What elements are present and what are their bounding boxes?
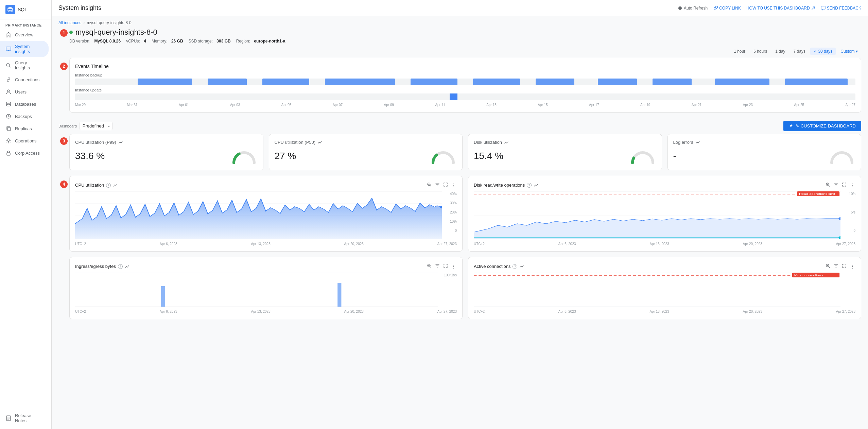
svg-point-0 <box>8 7 13 9</box>
sidebar-item-replicas[interactable]: Replicas <box>0 122 49 135</box>
disk-zoom-button[interactable] <box>825 182 831 189</box>
metric-card-value-log-errors: - <box>673 151 676 161</box>
timeline-label-backup: Instance backup <box>75 73 855 77</box>
person-icon <box>5 89 12 95</box>
gauge-log-errors <box>828 148 855 165</box>
chart-active-conn-header: Active connections ? <box>474 263 855 270</box>
svg-rect-30 <box>161 286 165 307</box>
chart-ingress-egress: Ingress/egress bytes ? <box>69 257 463 319</box>
disk-expand-button[interactable] <box>841 182 847 189</box>
active-conn-more-button[interactable]: ⋮ <box>849 263 855 270</box>
metric-cards-row: CPU utilization (P99) 33.6 % <box>69 134 861 170</box>
time-30days[interactable]: ✓ 30 days <box>810 48 836 55</box>
chart-ingress-title: Ingress/egress bytes ? <box>75 264 129 269</box>
ingress-chart-icon <box>125 264 129 269</box>
sidebar-item-operations[interactable]: Operations <box>0 135 49 147</box>
database-icon <box>5 101 12 107</box>
sidebar-item-system-insights[interactable]: System insights <box>0 41 49 57</box>
sidebar-item-label: Query insights <box>15 60 43 70</box>
sidebar-item-databases[interactable]: Databases <box>0 98 49 110</box>
chart-ingress-actions: ⋮ <box>426 263 457 270</box>
active-conn-zoom-button[interactable] <box>825 263 831 270</box>
ingress-chart-info-icon[interactable]: ? <box>118 264 123 269</box>
chart-active-conn-actions: ⋮ <box>825 263 855 270</box>
events-timeline-title: Events Timeline <box>75 64 855 69</box>
cpu-filter-button[interactable] <box>434 182 440 189</box>
feedback-button[interactable]: SEND FEEDBACK <box>821 6 861 11</box>
disk-chart-icon <box>534 183 538 188</box>
ingress-chart-area: 100KB/s <box>75 273 457 308</box>
ingress-more-button[interactable]: ⋮ <box>451 263 457 270</box>
app-logo-icon <box>5 5 15 14</box>
active-conn-expand-button[interactable] <box>841 263 847 270</box>
link-icon <box>5 76 12 83</box>
disk-more-button[interactable]: ⋮ <box>849 182 855 189</box>
disk-chart-info-icon[interactable]: ? <box>527 183 532 188</box>
sidebar-item-corp-access[interactable]: Corp Access <box>0 147 49 159</box>
time-7days[interactable]: 7 days <box>790 48 809 55</box>
step-3-badge: 3 <box>60 137 68 145</box>
breadcrumb-parent[interactable]: All instances <box>58 20 81 25</box>
time-custom[interactable]: Custom ▾ <box>837 48 861 55</box>
timeline-bar-container-backup <box>75 79 855 85</box>
time-range: 1 hour 6 hours 1 day 7 days ✓ 30 days Cu… <box>52 45 868 58</box>
auto-refresh[interactable]: Auto Refresh <box>678 6 708 11</box>
sidebar-item-label: Backups <box>15 114 32 119</box>
chart-disk-header: Disk read/write operations ? <box>474 182 855 189</box>
content: All instances › mysql-query-insights-8-0… <box>52 16 868 429</box>
time-6hours[interactable]: 6 hours <box>750 48 770 55</box>
ingress-expand-button[interactable] <box>442 263 449 270</box>
cpu-chart-info-icon[interactable]: ? <box>106 183 111 188</box>
timeline-row-update: Instance update <box>75 88 855 100</box>
sidebar-bottom: Release Notes <box>0 407 51 429</box>
metric-card-cpu-p99: CPU utilization (P99) 33.6 % <box>69 134 263 170</box>
dashboard-select-group: Dashboard Predefined Custom <box>58 122 112 130</box>
copy-link-button[interactable]: COPY LINK <box>713 6 741 11</box>
topbar: System insights Auto Refresh COPY LINK H… <box>52 0 868 16</box>
home-icon <box>5 32 12 38</box>
how-to-button[interactable]: HOW TO USE THIS DASHBOARD <box>746 6 815 11</box>
topbar-actions: Auto Refresh COPY LINK HOW TO USE THIS D… <box>678 6 861 11</box>
time-1day[interactable]: 1 day <box>772 48 788 55</box>
charts-row-1: CPU utilization ? <box>69 176 861 252</box>
sidebar-item-query-insights[interactable]: Query insights <box>0 57 49 73</box>
svg-rect-8 <box>7 153 10 155</box>
chart-active-connections: Active connections ? <box>468 257 861 319</box>
breadcrumb: All instances › mysql-query-insights-8-0 <box>52 16 868 25</box>
chart-disk-title: Disk read/write operations ? <box>474 183 538 188</box>
sidebar-item-overview[interactable]: Overview <box>0 29 49 41</box>
metric-card-value-disk: 15.4 % <box>474 151 503 161</box>
gauge-cpu-p99 <box>230 148 258 165</box>
cpu-expand-button[interactable] <box>442 182 449 189</box>
sidebar-item-connections[interactable]: Connections <box>0 73 49 86</box>
customize-dashboard-button[interactable]: ✎ CUSTOMIZE DASHBOARD <box>783 121 861 131</box>
sidebar-item-label: System insights <box>15 44 43 54</box>
time-1hour[interactable]: 1 hour <box>730 48 749 55</box>
chart-disk-actions: ⋮ <box>825 182 855 189</box>
sidebar-item-release-notes[interactable]: Release Notes <box>0 410 49 426</box>
dashboard-select[interactable]: Predefined Custom <box>80 122 112 130</box>
sidebar-item-backups[interactable]: Backups <box>0 110 49 122</box>
cpu-zoom-button[interactable] <box>426 182 432 189</box>
active-conn-info-icon[interactable]: ? <box>513 264 517 269</box>
search-icon <box>5 62 12 68</box>
cpu-chart-footer: UTC+2 Apr 6, 2023 Apr 13, 2023 Apr 20, 2… <box>75 242 457 246</box>
disk-filter-button[interactable] <box>833 182 839 189</box>
cpu-more-button[interactable]: ⋮ <box>451 182 457 189</box>
svg-rect-31 <box>337 283 341 307</box>
ingress-filter-button[interactable] <box>434 263 440 270</box>
lock-icon <box>5 150 12 156</box>
sidebar-item-label: Replicas <box>15 126 32 131</box>
sidebar-item-users[interactable]: Users <box>0 86 49 98</box>
cpu-chart-svg <box>75 191 442 239</box>
metric-card-log-errors: Log errors - <box>667 134 862 170</box>
timeline-label-update: Instance update <box>75 88 855 92</box>
active-conn-filter-button[interactable] <box>833 263 839 270</box>
svg-text:Max connections: Max connections <box>794 274 823 277</box>
svg-rect-6 <box>7 127 11 131</box>
ingress-zoom-button[interactable] <box>426 263 432 270</box>
svg-rect-1 <box>6 47 11 50</box>
chart-cpu-title: CPU utilization ? <box>75 183 118 188</box>
gauge-disk <box>629 148 656 165</box>
svg-point-3 <box>7 90 10 92</box>
